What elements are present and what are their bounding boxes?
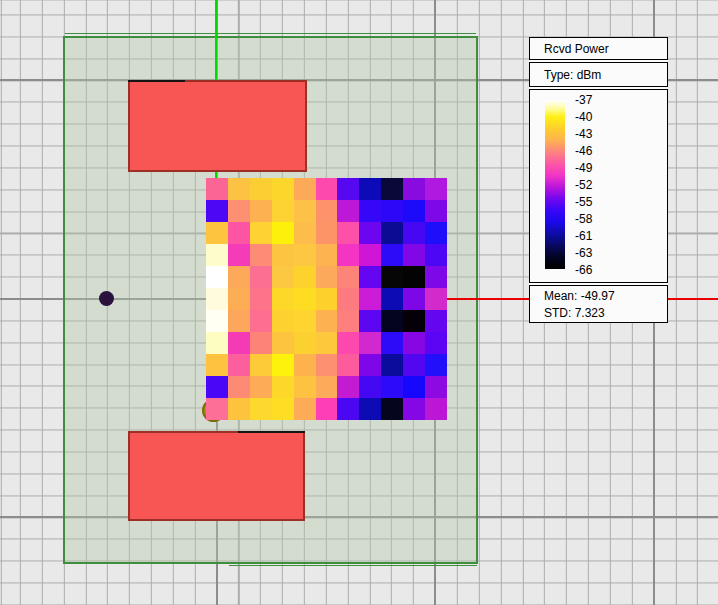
- heatmap-cell: [403, 376, 425, 398]
- heatmap-cell: [403, 354, 425, 376]
- heatmap-cell: [359, 310, 381, 332]
- heatmap-cell: [272, 266, 294, 288]
- heatmap-cell: [294, 200, 316, 222]
- receiver-marker[interactable]: [99, 291, 114, 306]
- heatmap-cell: [228, 332, 250, 354]
- legend-tick: -66: [575, 264, 592, 276]
- heatmap-cell: [206, 222, 228, 244]
- legend-tick: -63: [575, 247, 592, 259]
- heatmap-cell: [316, 398, 338, 420]
- heatmap-cell: [316, 332, 338, 354]
- legend-tick: -37: [575, 94, 592, 106]
- heatmap-cell: [359, 332, 381, 354]
- heatmap-cell: [294, 310, 316, 332]
- legend-tick: -49: [575, 162, 592, 174]
- heatmap-cell: [403, 310, 425, 332]
- heatmap-cell: [381, 354, 403, 376]
- heatmap-cell: [272, 332, 294, 354]
- heatmap-cell: [337, 332, 359, 354]
- heatmap-cell: [425, 178, 447, 200]
- legend-std-label: STD: 7.323: [544, 305, 667, 322]
- heatmap-cell: [294, 354, 316, 376]
- heatmap-cell: [250, 376, 272, 398]
- heatmap-cell: [316, 288, 338, 310]
- heatmap-cell: [250, 310, 272, 332]
- heatmap-cell: [403, 398, 425, 420]
- heatmap-cell: [250, 244, 272, 266]
- obstacle-block-bottom[interactable]: [128, 431, 305, 521]
- heatmap-cell: [206, 332, 228, 354]
- heatmap-cell: [294, 178, 316, 200]
- legend-tick: -52: [575, 179, 592, 191]
- heatmap-cell: [425, 222, 447, 244]
- heatmap-cell: [250, 398, 272, 420]
- legend-tick: -43: [575, 128, 592, 140]
- heatmap-cell: [425, 288, 447, 310]
- heatmap-cell: [337, 266, 359, 288]
- heatmap-cell: [381, 266, 403, 288]
- heatmap-cell: [206, 200, 228, 222]
- heatmap-cell: [425, 244, 447, 266]
- heatmap-cell: [250, 288, 272, 310]
- legend-panel[interactable]: Rcvd Power Type: dBm -37-40-43-46-49-52-…: [529, 37, 668, 323]
- heatmap-cell: [403, 178, 425, 200]
- heatmap-cell: [316, 244, 338, 266]
- heatmap-cell: [316, 178, 338, 200]
- legend-title: Rcvd Power: [529, 37, 668, 60]
- heatmap-cell: [337, 354, 359, 376]
- heatmap-cell: [206, 310, 228, 332]
- heatmap-cell: [294, 222, 316, 244]
- heatmap-cell: [359, 178, 381, 200]
- heatmap-cell: [206, 178, 228, 200]
- legend-colorbar: [545, 100, 565, 269]
- heatmap-cell: [250, 222, 272, 244]
- legend-tick: -55: [575, 196, 592, 208]
- heatmap-cell: [425, 310, 447, 332]
- heatmap-cell: [425, 376, 447, 398]
- heatmap-cell: [250, 266, 272, 288]
- simulation-viewport: Rcvd Power Type: dBm -37-40-43-46-49-52-…: [0, 0, 718, 605]
- heatmap-cell: [359, 354, 381, 376]
- legend-tick: -58: [575, 213, 592, 225]
- heatmap-cell: [228, 310, 250, 332]
- heatmap-cell: [425, 200, 447, 222]
- heatmap-cell: [316, 200, 338, 222]
- heatmap-cell: [228, 398, 250, 420]
- heatmap-cell: [381, 376, 403, 398]
- heatmap-cell: [316, 310, 338, 332]
- heatmap-cell: [359, 200, 381, 222]
- heatmap-cell: [294, 332, 316, 354]
- legend-stats-section: Mean: -49.97 STD: 7.323: [529, 285, 668, 323]
- heatmap-cell: [228, 288, 250, 310]
- heatmap-cell: [425, 332, 447, 354]
- heatmap-cell: [250, 354, 272, 376]
- coverage-heatmap[interactable]: [206, 178, 447, 420]
- heatmap-cell: [228, 200, 250, 222]
- heatmap-cell: [206, 354, 228, 376]
- heatmap-cell: [337, 288, 359, 310]
- heatmap-cell: [359, 222, 381, 244]
- heatmap-cell: [272, 222, 294, 244]
- obstacle-block-top[interactable]: [128, 80, 307, 172]
- legend-tick: -46: [575, 145, 592, 157]
- heatmap-cell: [206, 244, 228, 266]
- heatmap-cell: [272, 310, 294, 332]
- heatmap-cell: [228, 354, 250, 376]
- heatmap-cell: [316, 222, 338, 244]
- heatmap-cell: [381, 178, 403, 200]
- heatmap-cell: [316, 376, 338, 398]
- heatmap-cell: [381, 244, 403, 266]
- heatmap-cell: [337, 200, 359, 222]
- heatmap-cell: [272, 398, 294, 420]
- heatmap-cell: [359, 398, 381, 420]
- heatmap-cell: [403, 244, 425, 266]
- heatmap-cell: [294, 398, 316, 420]
- heatmap-cell: [294, 266, 316, 288]
- heatmap-cell: [425, 398, 447, 420]
- legend-tick-labels: -37-40-43-46-49-52-55-58-61-63-66: [575, 94, 592, 276]
- heatmap-cell: [228, 178, 250, 200]
- heatmap-cell: [294, 376, 316, 398]
- legend-mean-label: Mean: -49.97: [544, 288, 667, 305]
- heatmap-cell: [337, 310, 359, 332]
- heatmap-cell: [403, 200, 425, 222]
